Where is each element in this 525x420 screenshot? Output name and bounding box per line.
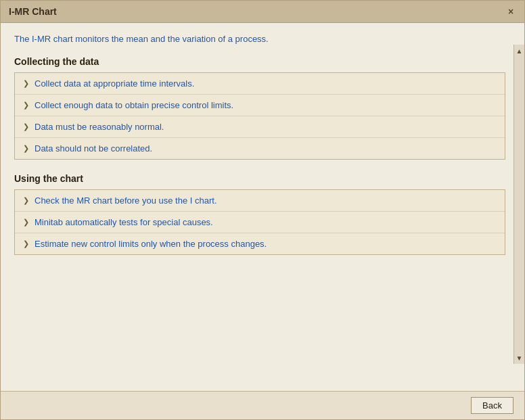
chevron-down-icon: ❯ bbox=[23, 239, 29, 248]
item-text: Estimate new control limits only when th… bbox=[35, 239, 267, 249]
scroll-area[interactable]: The I-MR chart monitors the mean and the… bbox=[1, 23, 524, 279]
section-collecting-heading: Collecting the data bbox=[14, 56, 505, 67]
scrollbar: ▲ ▼ bbox=[513, 45, 524, 364]
list-item[interactable]: ❯Minitab automatically tests for special… bbox=[15, 212, 505, 233]
using-items-container: ❯Check the MR chart before you use the I… bbox=[14, 189, 505, 255]
item-text: Collect data at appropriate time interva… bbox=[35, 78, 194, 89]
close-button[interactable]: × bbox=[505, 6, 516, 17]
chevron-down-icon: ❯ bbox=[23, 101, 29, 110]
footer: Back bbox=[1, 391, 524, 419]
section-using-heading: Using the chart bbox=[14, 173, 505, 184]
section-collecting: Collecting the data ❯Collect data at app… bbox=[14, 56, 505, 160]
list-item[interactable]: ❯Collect enough data to obtain precise c… bbox=[15, 95, 505, 116]
main-content-wrapper: The I-MR chart monitors the mean and the… bbox=[1, 23, 524, 391]
intro-text: The I-MR chart monitors the mean and the… bbox=[14, 34, 505, 44]
item-text: Data should not be correlated. bbox=[35, 143, 152, 154]
dialog-window: I-MR Chart × The I-MR chart monitors the… bbox=[0, 0, 525, 420]
chevron-down-icon: ❯ bbox=[23, 218, 29, 227]
chevron-down-icon: ❯ bbox=[23, 122, 29, 131]
section-using: Using the chart ❯Check the MR chart befo… bbox=[14, 173, 505, 255]
collecting-items-container: ❯Collect data at appropriate time interv… bbox=[14, 72, 505, 160]
window-title: I-MR Chart bbox=[9, 6, 57, 17]
list-item[interactable]: ❯Data should not be correlated. bbox=[15, 138, 505, 159]
list-item[interactable]: ❯Data must be reasonably normal. bbox=[15, 116, 505, 138]
back-button[interactable]: Back bbox=[471, 397, 513, 414]
chevron-down-icon: ❯ bbox=[23, 144, 29, 153]
list-item[interactable]: ❯Check the MR chart before you use the I… bbox=[15, 190, 505, 212]
scroll-up-button[interactable]: ▲ bbox=[515, 46, 524, 55]
item-text: Minitab automatically tests for special … bbox=[35, 217, 213, 227]
item-text: Check the MR chart before you use the I … bbox=[35, 195, 217, 206]
item-text: Data must be reasonably normal. bbox=[35, 122, 164, 132]
list-item[interactable]: ❯Collect data at appropriate time interv… bbox=[15, 73, 505, 95]
chevron-down-icon: ❯ bbox=[23, 79, 29, 88]
list-item[interactable]: ❯Estimate new control limits only when t… bbox=[15, 233, 505, 254]
item-text: Collect enough data to obtain precise co… bbox=[35, 100, 233, 110]
chevron-down-icon: ❯ bbox=[23, 196, 29, 205]
scroll-down-button[interactable]: ▼ bbox=[515, 353, 524, 363]
title-bar: I-MR Chart × bbox=[1, 1, 524, 23]
